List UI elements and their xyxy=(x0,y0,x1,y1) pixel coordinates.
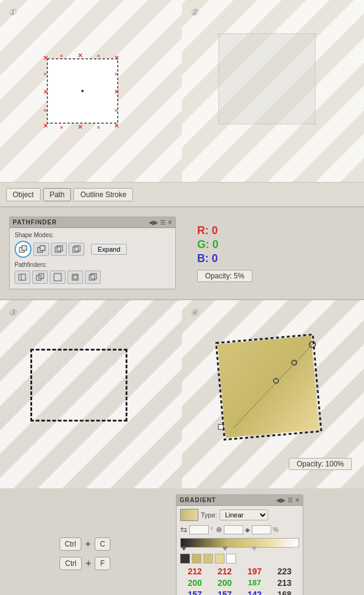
color-stop-boxes xyxy=(180,554,299,563)
gradient-angle-input[interactable]: 30 xyxy=(189,525,209,534)
mid-symbol: ◆ xyxy=(245,526,250,533)
exclude-icon xyxy=(72,245,81,254)
grid-g2: 200 xyxy=(210,577,239,588)
svg-text:✕: ✕ xyxy=(96,53,101,59)
svg-text:✕: ✕ xyxy=(43,89,48,95)
pathfinder-title: PATHFINDER xyxy=(13,219,57,226)
grid-r4: 223 xyxy=(270,566,299,577)
shape-btn-exclude[interactable] xyxy=(69,243,84,256)
svg-text:✕: ✕ xyxy=(43,123,48,129)
pathfinder-titlebar: PATHFINDER ◀▶ ☰ ✕ xyxy=(10,217,175,228)
gradient-bar[interactable] xyxy=(180,538,299,548)
svg-rect-33 xyxy=(89,275,95,280)
gradient-collapse-icon[interactable]: ◀▶ xyxy=(276,497,286,503)
gradient-stop-right[interactable] xyxy=(292,546,298,551)
svg-text:✕: ✕ xyxy=(78,52,83,59)
svg-text:✕: ✕ xyxy=(114,72,118,77)
svg-rect-41 xyxy=(218,425,223,429)
intersect-icon xyxy=(55,245,63,254)
minus-front-icon xyxy=(37,245,46,254)
svg-text:✕: ✕ xyxy=(43,108,47,113)
stop-box-1[interactable] xyxy=(180,554,190,563)
unite-icon xyxy=(19,245,27,254)
color-info-panel: R: 0 G: 0 B: 0 Opacity: 5% xyxy=(185,207,364,299)
gradient-titlebar: GRADIENT ◀▶ ☰ ✕ xyxy=(177,495,303,506)
gradient-panel: GRADIENT ◀▶ ☰ ✕ Type: Linear ⇆ 30 ° xyxy=(176,494,303,595)
svg-text:✕: ✕ xyxy=(114,89,119,95)
pathfinder-btn-3[interactable] xyxy=(50,271,66,284)
shape-btn-minus[interactable] xyxy=(33,243,49,256)
bottom-panels-row: ③ ④ xyxy=(0,300,364,488)
gradient-reverse-icon[interactable]: ⇆ xyxy=(180,525,187,534)
shortcut-row-1: Ctrl + C xyxy=(59,537,111,551)
gradient-end-input[interactable]: 90 xyxy=(252,525,271,534)
path-button[interactable]: Path xyxy=(43,188,72,201)
object-button[interactable]: Object xyxy=(6,188,41,201)
grid-g4: 213 xyxy=(270,577,299,588)
svg-rect-21 xyxy=(40,246,45,250)
gradient-stop-left[interactable] xyxy=(181,546,187,551)
color-values: R: 0 G: 0 B: 0 xyxy=(197,224,218,265)
svg-text:✕: ✕ xyxy=(78,124,83,130)
svg-text:✕: ✕ xyxy=(114,123,119,129)
step4-number: ④ xyxy=(190,308,198,317)
collapse-icon[interactable]: ◀▶ xyxy=(149,219,158,226)
top-row: ① ✕ ✕ ✕ ✕ ✕ ✕ ✕ xyxy=(0,0,364,182)
pathfinders-row xyxy=(15,271,170,284)
gradient-link-icon[interactable]: ⊕ xyxy=(216,525,222,534)
grid-b2: 157 xyxy=(210,589,239,595)
gradient-stop-mid1[interactable] xyxy=(222,546,228,551)
bottom-controls-row: Ctrl + C Ctrl + F GRADIENT ◀▶ ☰ ✕ Type: xyxy=(0,488,364,595)
stop-box-4[interactable] xyxy=(215,554,224,563)
menu-icon[interactable]: ☰ xyxy=(160,219,166,226)
shape-btn-unite[interactable] xyxy=(15,241,32,258)
gradient-close-icon[interactable]: ✕ xyxy=(295,497,300,503)
svg-rect-25 xyxy=(75,246,80,251)
svg-rect-22 xyxy=(55,247,61,252)
gradient-swatch xyxy=(180,509,198,521)
plus-symbol-1: + xyxy=(85,539,90,550)
stop-box-5[interactable] xyxy=(226,554,236,563)
color-r-value: R: 0 xyxy=(197,224,218,237)
outline-stroke-button[interactable]: Outline Stroke xyxy=(73,188,133,201)
grid-r1: 212 xyxy=(180,566,209,577)
pathfinder-btn-4[interactable] xyxy=(67,271,83,284)
svg-text:✕: ✕ xyxy=(114,108,118,113)
c-key[interactable]: C xyxy=(95,537,111,551)
svg-text:✕: ✕ xyxy=(96,125,101,130)
panel-3: ③ xyxy=(0,300,182,488)
color-g-value: G: 0 xyxy=(197,238,218,251)
grid-b4: 168 xyxy=(270,589,299,595)
shape-btn-intersect[interactable] xyxy=(51,243,67,256)
gradient-title-icons: ◀▶ ☰ ✕ xyxy=(276,497,300,503)
svg-text:✕: ✕ xyxy=(43,55,48,61)
svg-rect-34 xyxy=(91,274,96,279)
stop-box-3[interactable] xyxy=(203,554,213,563)
gradient-stop-mid2[interactable] xyxy=(251,546,257,551)
expand-button[interactable]: Expand xyxy=(91,244,127,255)
gradient-type-row: Type: Linear xyxy=(180,509,299,521)
ctrl-key-1[interactable]: Ctrl xyxy=(59,537,82,551)
close-icon[interactable]: ✕ xyxy=(167,219,172,226)
opacity-badge: Opacity: 5% xyxy=(197,270,252,282)
stop-box-2[interactable] xyxy=(192,554,201,563)
pathfinder-btn-2[interactable] xyxy=(32,271,48,284)
grid-b1: 157 xyxy=(180,589,209,595)
gradient-menu-icon[interactable]: ☰ xyxy=(288,497,293,503)
gradient-shape-container xyxy=(215,334,318,437)
grid-r2: 212 xyxy=(210,566,239,577)
middle-row: PATHFINDER ◀▶ ☰ ✕ Shape Modes: xyxy=(0,206,364,300)
f-key[interactable]: F xyxy=(95,557,110,570)
gradient-type-label: Type: xyxy=(201,511,217,519)
pathfinder-title-icons: ◀▶ ☰ ✕ xyxy=(149,219,172,226)
grid-g1: 200 xyxy=(180,577,209,588)
gradient-mid-input[interactable]: 60 xyxy=(224,525,243,534)
pathfinder-btn-5[interactable] xyxy=(85,271,101,284)
pathfinder-btn-1[interactable] xyxy=(15,271,30,284)
gradient-type-select[interactable]: Linear xyxy=(220,509,268,520)
step2-number: ② xyxy=(190,7,198,17)
gradient-angle-row: ⇆ 30 ° ⊕ 60 ◆ 90 % xyxy=(180,525,299,534)
panel-4: ④ xyxy=(182,300,364,488)
ctrl-key-2[interactable]: Ctrl xyxy=(59,557,82,570)
plus-symbol-2: + xyxy=(86,558,91,569)
